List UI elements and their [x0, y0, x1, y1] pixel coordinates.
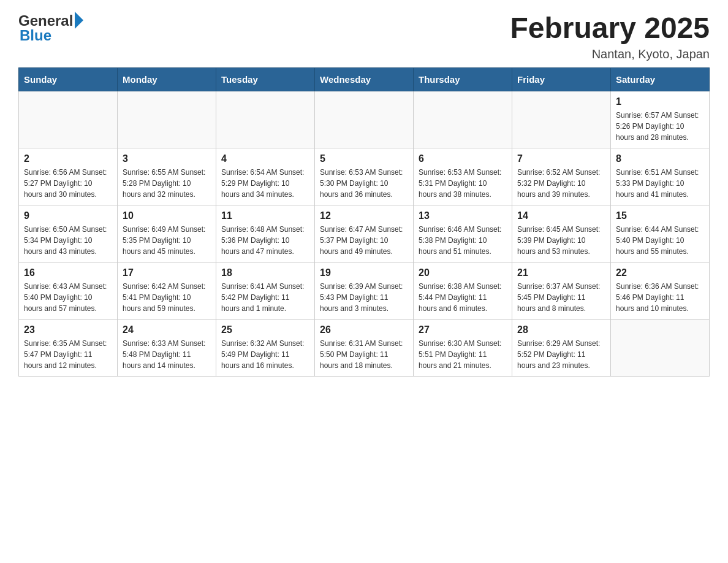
day-info: Sunrise: 6:48 AM Sunset: 5:36 PM Dayligh… [221, 224, 309, 257]
month-title: February 2025 [510, 12, 710, 45]
calendar-cell [118, 91, 216, 148]
day-info: Sunrise: 6:41 AM Sunset: 5:42 PM Dayligh… [221, 281, 309, 314]
day-number: 6 [419, 153, 507, 164]
calendar-header-monday: Monday [118, 67, 216, 91]
logo: General Blue [18, 12, 83, 44]
day-number: 3 [123, 153, 211, 164]
day-info: Sunrise: 6:42 AM Sunset: 5:41 PM Dayligh… [123, 281, 211, 314]
day-number: 8 [616, 153, 704, 164]
day-info: Sunrise: 6:55 AM Sunset: 5:28 PM Dayligh… [123, 167, 211, 200]
calendar-cell: 17Sunrise: 6:42 AM Sunset: 5:41 PM Dayli… [118, 262, 216, 319]
calendar-cell: 10Sunrise: 6:49 AM Sunset: 5:35 PM Dayli… [118, 205, 216, 262]
calendar-cell: 27Sunrise: 6:30 AM Sunset: 5:51 PM Dayli… [414, 319, 512, 376]
day-number: 24 [123, 324, 211, 335]
day-info: Sunrise: 6:31 AM Sunset: 5:50 PM Dayligh… [320, 338, 408, 371]
day-info: Sunrise: 6:49 AM Sunset: 5:35 PM Dayligh… [123, 224, 211, 257]
calendar-cell: 25Sunrise: 6:32 AM Sunset: 5:49 PM Dayli… [216, 319, 315, 376]
calendar-cell: 20Sunrise: 6:38 AM Sunset: 5:44 PM Dayli… [414, 262, 512, 319]
calendar-cell: 8Sunrise: 6:51 AM Sunset: 5:33 PM Daylig… [611, 148, 710, 205]
day-info: Sunrise: 6:30 AM Sunset: 5:51 PM Dayligh… [419, 338, 507, 371]
day-number: 12 [320, 210, 408, 221]
day-number: 27 [419, 324, 507, 335]
day-number: 16 [24, 267, 112, 278]
calendar-cell: 7Sunrise: 6:52 AM Sunset: 5:32 PM Daylig… [512, 148, 611, 205]
day-info: Sunrise: 6:56 AM Sunset: 5:27 PM Dayligh… [24, 167, 112, 200]
calendar-cell: 4Sunrise: 6:54 AM Sunset: 5:29 PM Daylig… [216, 148, 315, 205]
day-number: 13 [419, 210, 507, 221]
day-number: 28 [517, 324, 605, 335]
day-number: 14 [517, 210, 605, 221]
calendar-cell: 1Sunrise: 6:57 AM Sunset: 5:26 PM Daylig… [611, 91, 710, 148]
calendar-cell: 3Sunrise: 6:55 AM Sunset: 5:28 PM Daylig… [118, 148, 216, 205]
calendar-cell [611, 319, 710, 376]
title-block: February 2025 Nantan, Kyoto, Japan [510, 12, 710, 61]
day-number: 7 [517, 153, 605, 164]
calendar-table: SundayMondayTuesdayWednesdayThursdayFrid… [18, 67, 710, 377]
day-info: Sunrise: 6:39 AM Sunset: 5:43 PM Dayligh… [320, 281, 408, 314]
day-number: 18 [221, 267, 309, 278]
day-info: Sunrise: 6:33 AM Sunset: 5:48 PM Dayligh… [123, 338, 211, 371]
day-info: Sunrise: 6:35 AM Sunset: 5:47 PM Dayligh… [24, 338, 112, 371]
calendar-cell [414, 91, 512, 148]
day-number: 2 [24, 153, 112, 164]
calendar-cell: 13Sunrise: 6:46 AM Sunset: 5:38 PM Dayli… [414, 205, 512, 262]
calendar-cell: 15Sunrise: 6:44 AM Sunset: 5:40 PM Dayli… [611, 205, 710, 262]
day-info: Sunrise: 6:32 AM Sunset: 5:49 PM Dayligh… [221, 338, 309, 371]
day-info: Sunrise: 6:53 AM Sunset: 5:30 PM Dayligh… [320, 167, 408, 200]
calendar-cell [512, 91, 611, 148]
calendar-cell: 5Sunrise: 6:53 AM Sunset: 5:30 PM Daylig… [315, 148, 414, 205]
calendar-week-row: 2Sunrise: 6:56 AM Sunset: 5:27 PM Daylig… [19, 148, 710, 205]
day-number: 17 [123, 267, 211, 278]
calendar-cell: 14Sunrise: 6:45 AM Sunset: 5:39 PM Dayli… [512, 205, 611, 262]
calendar-week-row: 23Sunrise: 6:35 AM Sunset: 5:47 PM Dayli… [19, 319, 710, 376]
calendar-header-wednesday: Wednesday [315, 67, 414, 91]
calendar-cell: 11Sunrise: 6:48 AM Sunset: 5:36 PM Dayli… [216, 205, 315, 262]
calendar-cell: 19Sunrise: 6:39 AM Sunset: 5:43 PM Dayli… [315, 262, 414, 319]
day-info: Sunrise: 6:46 AM Sunset: 5:38 PM Dayligh… [419, 224, 507, 257]
day-info: Sunrise: 6:37 AM Sunset: 5:45 PM Dayligh… [517, 281, 605, 314]
calendar-header-row: SundayMondayTuesdayWednesdayThursdayFrid… [19, 67, 710, 91]
day-number: 23 [24, 324, 112, 335]
day-number: 9 [24, 210, 112, 221]
day-number: 19 [320, 267, 408, 278]
day-info: Sunrise: 6:51 AM Sunset: 5:33 PM Dayligh… [616, 167, 704, 200]
logo-triangle-icon [75, 12, 83, 29]
calendar-cell: 18Sunrise: 6:41 AM Sunset: 5:42 PM Dayli… [216, 262, 315, 319]
day-number: 26 [320, 324, 408, 335]
calendar-cell [19, 91, 118, 148]
calendar-cell: 6Sunrise: 6:53 AM Sunset: 5:31 PM Daylig… [414, 148, 512, 205]
calendar-cell: 22Sunrise: 6:36 AM Sunset: 5:46 PM Dayli… [611, 262, 710, 319]
calendar-header-sunday: Sunday [19, 67, 118, 91]
day-info: Sunrise: 6:52 AM Sunset: 5:32 PM Dayligh… [517, 167, 605, 200]
calendar-header-friday: Friday [512, 67, 611, 91]
calendar-week-row: 9Sunrise: 6:50 AM Sunset: 5:34 PM Daylig… [19, 205, 710, 262]
day-number: 5 [320, 153, 408, 164]
day-info: Sunrise: 6:45 AM Sunset: 5:39 PM Dayligh… [517, 224, 605, 257]
day-number: 22 [616, 267, 704, 278]
day-number: 1 [616, 96, 704, 107]
day-info: Sunrise: 6:38 AM Sunset: 5:44 PM Dayligh… [419, 281, 507, 314]
calendar-cell: 24Sunrise: 6:33 AM Sunset: 5:48 PM Dayli… [118, 319, 216, 376]
calendar-cell: 12Sunrise: 6:47 AM Sunset: 5:37 PM Dayli… [315, 205, 414, 262]
calendar-cell: 21Sunrise: 6:37 AM Sunset: 5:45 PM Dayli… [512, 262, 611, 319]
day-number: 11 [221, 210, 309, 221]
page-header: General Blue February 2025 Nantan, Kyoto… [18, 12, 710, 61]
calendar-cell: 2Sunrise: 6:56 AM Sunset: 5:27 PM Daylig… [19, 148, 118, 205]
day-number: 4 [221, 153, 309, 164]
calendar-cell: 23Sunrise: 6:35 AM Sunset: 5:47 PM Dayli… [19, 319, 118, 376]
day-info: Sunrise: 6:54 AM Sunset: 5:29 PM Dayligh… [221, 167, 309, 200]
calendar-header-saturday: Saturday [611, 67, 710, 91]
day-number: 25 [221, 324, 309, 335]
day-info: Sunrise: 6:53 AM Sunset: 5:31 PM Dayligh… [419, 167, 507, 200]
calendar-week-row: 1Sunrise: 6:57 AM Sunset: 5:26 PM Daylig… [19, 91, 710, 148]
calendar-cell [216, 91, 315, 148]
day-info: Sunrise: 6:43 AM Sunset: 5:40 PM Dayligh… [24, 281, 112, 314]
day-info: Sunrise: 6:50 AM Sunset: 5:34 PM Dayligh… [24, 224, 112, 257]
calendar-cell: 9Sunrise: 6:50 AM Sunset: 5:34 PM Daylig… [19, 205, 118, 262]
day-info: Sunrise: 6:36 AM Sunset: 5:46 PM Dayligh… [616, 281, 704, 314]
day-number: 20 [419, 267, 507, 278]
logo-blue-text: Blue [20, 27, 51, 44]
day-info: Sunrise: 6:29 AM Sunset: 5:52 PM Dayligh… [517, 338, 605, 371]
day-info: Sunrise: 6:44 AM Sunset: 5:40 PM Dayligh… [616, 224, 704, 257]
day-info: Sunrise: 6:57 AM Sunset: 5:26 PM Dayligh… [616, 110, 704, 143]
